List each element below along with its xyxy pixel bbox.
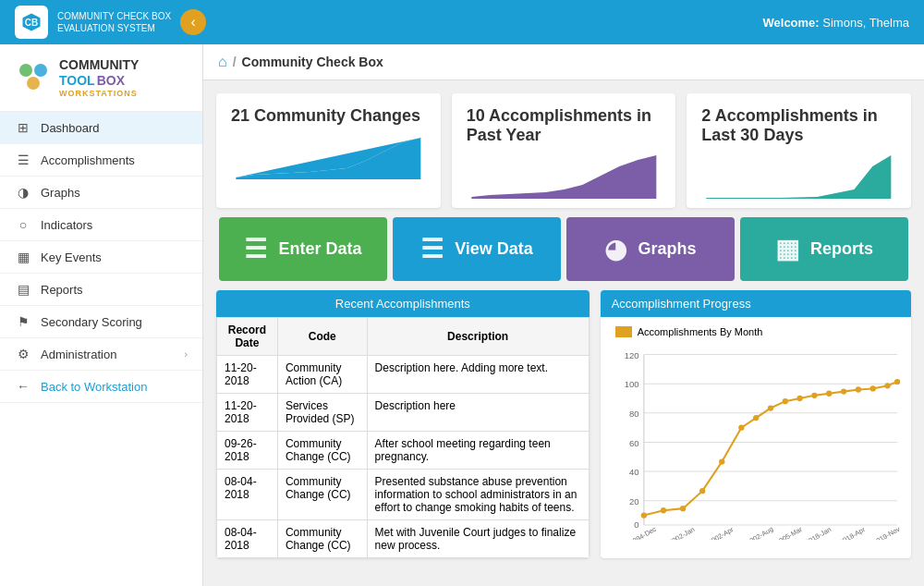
table-row: 09-26-2018 Community Change (CC) After s… [217, 432, 590, 470]
table-row: 11-20-2018 Community Action (CA) Descrip… [217, 356, 590, 394]
cell-code: Community Change (CC) [277, 520, 367, 558]
view-data-icon: ☰ [420, 234, 444, 264]
nav-icon-secondary-scoring: ⚑ [15, 314, 31, 329]
sidebar-item-back[interactable]: ← Back to Workstation [0, 371, 202, 403]
recent-table-body: 11-20-2018 Community Action (CA) Descrip… [217, 356, 590, 558]
svg-point-26 [699, 488, 705, 494]
col-description: Description [367, 318, 589, 356]
sidebar-item-key-events[interactable]: ▦ Key Events [0, 241, 202, 274]
nav-label-dashboard: Dashboard [41, 121, 100, 135]
nav-label-back: Back to Workstation [41, 380, 147, 394]
nav-label-secondary-scoring: Secondary Scoring [41, 315, 142, 329]
nav-label-key-events: Key Events [41, 250, 102, 264]
svg-point-34 [826, 391, 832, 397]
svg-text:1994-Dec: 1994-Dec [627, 525, 657, 540]
svg-point-23 [640, 512, 646, 518]
home-icon[interactable]: ⌂ [218, 54, 227, 70]
progress-chart-panel: Accomplishment Progress Accomplishments … [601, 290, 911, 558]
cell-desc: Description here. Adding more text. [367, 356, 589, 394]
svg-text:80: 80 [629, 409, 639, 419]
svg-point-33 [811, 393, 817, 398]
svg-point-32 [796, 396, 802, 401]
stat-card-changes: 21 Community Changes [216, 93, 441, 208]
sidebar-logo: COMMUNITY TOOL BOX WORKSTATIONS [0, 44, 202, 112]
back-chevron-button[interactable]: ‹ [180, 9, 206, 35]
recent-table-header: Recent Accomplishments [216, 290, 590, 317]
stat-label-30days: 2 Accomplishments in Last 30 Days [701, 106, 896, 145]
svg-text:120: 120 [624, 350, 638, 360]
svg-text:40: 40 [629, 467, 639, 477]
sidebar: COMMUNITY TOOL BOX WORKSTATIONS ⊞ Dashbo… [0, 44, 203, 586]
sidebar-item-graphs[interactable]: ◑ Graphs [0, 177, 202, 209]
svg-point-31 [782, 398, 787, 404]
svg-text:2002-Jan: 2002-Jan [667, 525, 696, 540]
reports-icon: ▦ [775, 234, 799, 264]
nav-icon-dashboard: ⊞ [15, 120, 31, 135]
sidebar-item-indicators[interactable]: ○ Indicators [0, 209, 202, 241]
nav-icon-graphs: ◑ [15, 185, 31, 200]
svg-text:CB: CB [25, 18, 38, 28]
stat-card-past-year: 10 Accomplishments in Past Year [452, 93, 676, 208]
cell-code: Services Provided (SP) [277, 394, 367, 432]
nav-icon-administration: ⚙ [15, 347, 31, 361]
cell-code: Community Action (CA) [277, 356, 367, 394]
svg-marker-6 [471, 155, 656, 199]
graphs-button[interactable]: ◕ Graphs [566, 217, 735, 281]
nav-label-graphs: Graphs [41, 186, 80, 200]
cell-code: Community Change (CC) [277, 432, 367, 470]
legend-label: Accomplishments By Month [638, 326, 763, 337]
svg-marker-7 [707, 155, 892, 199]
svg-text:2002-Apr: 2002-Apr [706, 525, 735, 540]
recent-accomplishments-panel: Recent Accomplishments Record Date Code … [216, 290, 590, 558]
svg-point-29 [753, 415, 759, 421]
enter-data-button[interactable]: ☰ Enter Data [219, 217, 387, 281]
chart-past-year [467, 153, 662, 199]
svg-point-39 [894, 379, 900, 385]
svg-point-38 [884, 383, 890, 388]
svg-text:20: 20 [629, 496, 639, 507]
reports-button[interactable]: ▦ Reports [740, 217, 908, 281]
chart-legend: Accomplishments By Month [610, 326, 902, 337]
svg-text:2005-Mar: 2005-Mar [774, 525, 804, 540]
svg-point-30 [767, 405, 772, 410]
cell-date: 09-26-2018 [217, 432, 278, 470]
breadcrumb: ⌂ / Community Check Box [203, 44, 924, 80]
enter-data-icon: ☰ [244, 234, 267, 264]
sidebar-item-dashboard[interactable]: ⊞ Dashboard [0, 112, 202, 144]
chart-30days [701, 153, 896, 199]
nav-label-accomplishments: Accomplishments [41, 153, 135, 167]
nav-icon-accomplishments: ☰ [15, 153, 31, 167]
nav-list: ⊞ Dashboard ☰ Accomplishments ◑ Graphs ○… [0, 112, 202, 403]
svg-point-24 [660, 507, 665, 513]
sidebar-item-reports[interactable]: ▤ Reports [0, 274, 202, 306]
nav-icon-indicators: ○ [15, 217, 31, 232]
cell-date: 08-04-2018 [217, 470, 278, 520]
main-layout: COMMUNITY TOOL BOX WORKSTATIONS ⊞ Dashbo… [0, 44, 924, 586]
svg-text:2018-Apr: 2018-Apr [838, 525, 867, 540]
top-bar-left: CB COMMUNITY CHECK BOX EVALUATION SYSTEM… [15, 6, 206, 39]
table-row: 08-04-2018 Community Change (CC) Present… [217, 470, 590, 520]
ctb-logo-text: COMMUNITY TOOL BOX WORKSTATIONS [59, 57, 139, 98]
sidebar-item-administration[interactable]: ⚙ Administration › [0, 338, 202, 371]
stat-label-changes: 21 Community Changes [231, 106, 426, 126]
col-date: Record Date [217, 318, 278, 356]
progress-chart-title: Accomplishment Progress [601, 290, 911, 317]
svg-point-3 [34, 64, 47, 77]
ctb-logo-icon [15, 59, 52, 96]
sidebar-item-secondary-scoring[interactable]: ⚑ Secondary Scoring [0, 306, 202, 338]
svg-point-35 [841, 388, 846, 394]
action-row: ☰ Enter Data ☰ View Data ◕ Graphs ▦ Repo… [203, 217, 924, 290]
svg-point-36 [855, 386, 860, 392]
svg-text:60: 60 [629, 438, 639, 448]
view-data-button[interactable]: ☰ View Data [393, 217, 561, 281]
sidebar-item-accomplishments[interactable]: ☰ Accomplishments [0, 144, 202, 177]
svg-text:2018-Jan: 2018-Jan [804, 525, 833, 540]
svg-text:0: 0 [634, 519, 638, 530]
col-code: Code [277, 318, 367, 356]
chart-changes [231, 133, 426, 179]
nav-label-reports: Reports [41, 283, 83, 297]
cell-desc: After school meeting regarding teen preg… [367, 432, 589, 470]
top-bar: CB COMMUNITY CHECK BOX EVALUATION SYSTEM… [0, 0, 924, 44]
cell-date: 11-20-2018 [217, 356, 278, 394]
table-row: 11-20-2018 Services Provided (SP) Descri… [217, 394, 590, 432]
